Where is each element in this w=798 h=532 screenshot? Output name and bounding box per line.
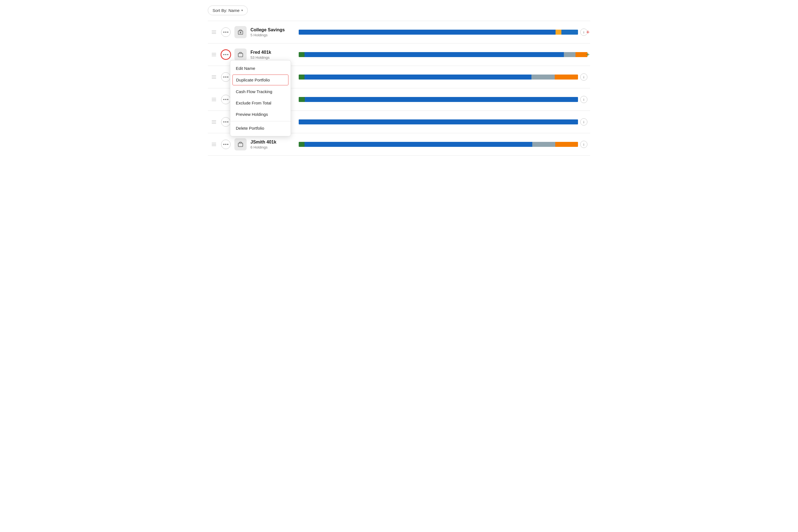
portfolio-row: College Savings 5 Holdings i +: [208, 21, 590, 43]
bar-segment: [305, 97, 578, 102]
dots-icon: [223, 32, 228, 33]
bar-segment: [555, 142, 578, 147]
menu-item-exclude-from-total[interactable]: Exclude From Total: [230, 97, 291, 109]
portfolio-icon: [234, 49, 247, 61]
bar-segment: [564, 52, 576, 57]
sort-button[interactable]: Sort By: Name ▾: [208, 5, 248, 15]
add-button[interactable]: +: [586, 51, 590, 58]
portfolio-info: Fred 401k 53 Holdings: [250, 50, 295, 60]
portfolio-holdings: 53 Holdings: [250, 55, 295, 60]
allocation-bar: [299, 97, 578, 102]
menu-item-edit-name[interactable]: Edit Name: [230, 63, 291, 74]
bar-segment: [555, 30, 561, 35]
dots-icon: [223, 99, 228, 100]
dots-icon: [223, 144, 228, 145]
svg-rect-5: [238, 143, 243, 147]
drag-handle[interactable]: [211, 30, 217, 34]
page-container: Sort By: Name ▾: [200, 0, 598, 161]
bar-segment: [531, 75, 555, 79]
dots-icon: [223, 54, 228, 55]
portfolio-holdings: 5 Holdings: [250, 33, 295, 37]
bar-segment: [299, 52, 305, 57]
menu-button[interactable]: [221, 72, 230, 82]
chevron-down-icon: ▾: [241, 8, 243, 12]
bar-segment: [299, 75, 305, 79]
info-button[interactable]: i: [580, 73, 587, 81]
drag-handle[interactable]: [211, 142, 217, 147]
menu-item-preview-holdings[interactable]: Preview Holdings: [230, 109, 291, 120]
bar-area: i: [299, 118, 587, 126]
allocation-bar: [299, 119, 578, 125]
info-button[interactable]: i: [580, 96, 587, 103]
portfolio-row: JSmith 401k 6 Holdings i: [208, 133, 590, 156]
portfolio-name: College Savings: [250, 27, 295, 33]
bar-area: i: [299, 73, 587, 81]
bar-area: i: [299, 96, 587, 103]
portfolio-name: JSmith 401k: [250, 140, 295, 145]
bar-area: [299, 52, 587, 57]
bar-segment: [299, 97, 305, 102]
bar-segment: [299, 30, 555, 35]
menu-button[interactable]: [221, 27, 230, 37]
bar-segment: [305, 52, 564, 57]
allocation-bar: [299, 75, 578, 79]
portfolio-name: Fred 401k: [250, 50, 295, 55]
add-button[interactable]: +: [586, 28, 590, 36]
drag-handle[interactable]: [211, 52, 217, 57]
drag-handle[interactable]: [211, 120, 217, 124]
info-button[interactable]: i: [580, 141, 587, 148]
bar-segment: [555, 75, 578, 79]
dots-icon: [223, 121, 228, 122]
dropdown-menu: Edit Name Duplicate Portfolio Cash Flow …: [230, 60, 291, 136]
dropdown-divider: [230, 121, 291, 121]
bar-segment: [299, 119, 578, 125]
sort-label: Sort By: Name: [212, 8, 240, 13]
info-button[interactable]: i: [580, 118, 587, 126]
menu-button[interactable]: [221, 95, 230, 104]
menu-item-delete-portfolio[interactable]: Delete Portfolio: [230, 122, 291, 134]
bar-segment: [532, 142, 555, 147]
allocation-bar: [299, 30, 578, 35]
bar-segment: [299, 142, 305, 147]
portfolio-list: College Savings 5 Holdings i +: [208, 21, 590, 155]
allocation-bar: [299, 142, 578, 147]
portfolio-icon: [234, 138, 247, 150]
portfolio-row: Fred 401k 53 Holdings + Edit Name Duplic…: [208, 43, 590, 66]
bar-segment: [575, 52, 587, 57]
bar-segment: [562, 30, 578, 35]
menu-item-cash-flow-tracking[interactable]: Cash Flow Tracking: [230, 86, 291, 97]
portfolio-info: College Savings 5 Holdings: [250, 27, 295, 37]
bar-area: i: [299, 28, 587, 36]
drag-handle[interactable]: [211, 97, 217, 102]
menu-button[interactable]: [221, 117, 230, 127]
drag-handle[interactable]: [211, 75, 217, 79]
menu-item-duplicate-portfolio[interactable]: Duplicate Portfolio: [232, 75, 288, 86]
svg-rect-3: [238, 53, 243, 57]
portfolio-icon: [234, 26, 247, 38]
bar-segment: [305, 142, 533, 147]
portfolio-info: JSmith 401k 6 Holdings: [250, 140, 295, 149]
sort-bar: Sort By: Name ▾: [208, 5, 590, 15]
bar-area: i: [299, 141, 587, 148]
portfolio-holdings: 6 Holdings: [250, 145, 295, 149]
bar-segment: [305, 75, 531, 79]
menu-button[interactable]: [221, 140, 230, 149]
allocation-bar: [299, 52, 587, 57]
dots-icon: [223, 76, 228, 78]
menu-button[interactable]: [221, 50, 230, 59]
